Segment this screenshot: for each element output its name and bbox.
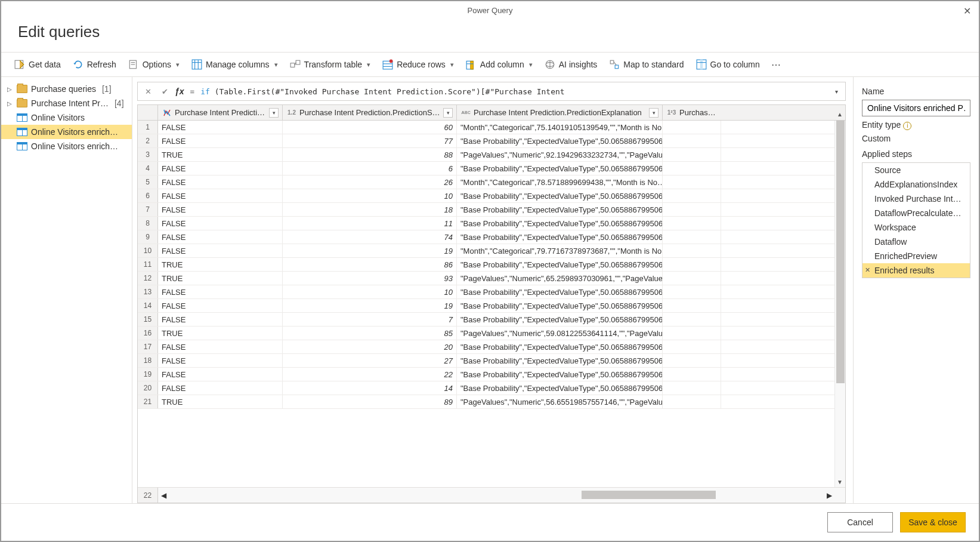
column-filter-icon[interactable]: ▾ [443, 108, 453, 118]
cell[interactable]: 20 [283, 340, 457, 353]
column-header[interactable]: Purchase Intent Prediction.… ▾ [158, 105, 283, 120]
reduce-rows-button[interactable]: Reduce rows ▾ [378, 56, 459, 73]
cell[interactable]: 89 [283, 395, 457, 408]
cell[interactable]: FALSE [158, 340, 283, 353]
cell[interactable]: "Base Probability","ExpectedValueType",5… [457, 258, 663, 271]
cell[interactable]: "Base Probability","ExpectedValueType",5… [457, 368, 663, 381]
table-row[interactable]: 13FALSE10"Base Probability","ExpectedVal… [138, 285, 845, 299]
cell[interactable]: "Base Probability","ExpectedValueType",5… [457, 354, 663, 367]
cell[interactable]: TRUE [158, 272, 283, 285]
cell[interactable]: "Base Probability","ExpectedValueType",5… [457, 189, 663, 202]
cell[interactable]: 26 [283, 175, 457, 189]
name-input[interactable] [862, 100, 970, 116]
cell[interactable]: 19 [283, 244, 457, 257]
scroll-down-icon[interactable]: ▼ [834, 476, 845, 487]
cancel-button[interactable]: Cancel [827, 512, 893, 532]
query-item[interactable]: Online Visitors enrich… [1, 125, 132, 139]
table-row[interactable]: 2FALSE77"Base Probability","ExpectedValu… [138, 134, 845, 148]
cell[interactable] [663, 340, 721, 353]
cell[interactable] [663, 203, 721, 216]
applied-step[interactable]: DataflowPrecalculatedSo… [862, 206, 970, 220]
applied-step[interactable]: Dataflow [862, 235, 970, 249]
cell[interactable] [663, 299, 721, 312]
vertical-scrollbar[interactable]: ▲ ▼ [834, 121, 845, 487]
cell[interactable]: FALSE [158, 134, 283, 147]
cell[interactable] [663, 244, 721, 257]
scroll-thumb[interactable] [836, 121, 845, 383]
query-folder[interactable]: ▷Purchase Intent Pr…[4] [1, 96, 132, 110]
cell[interactable]: "PageValues","Numeric",56.65519857557146… [457, 395, 663, 408]
cell[interactable] [663, 148, 721, 161]
cell[interactable]: "Base Probability","ExpectedValueType",5… [457, 162, 663, 175]
cell[interactable]: FALSE [158, 299, 283, 312]
table-row[interactable]: 21TRUE89"PageValues","Numeric",56.655198… [138, 395, 845, 409]
cell[interactable]: 10 [283, 285, 457, 298]
formula-bar[interactable]: ✕ ✔ ƒx = if (Table.First(#"Invoked Purch… [137, 82, 846, 101]
cell[interactable] [663, 313, 721, 326]
accept-formula-icon[interactable]: ✔ [158, 85, 171, 98]
info-icon[interactable]: i [903, 122, 911, 130]
table-row[interactable]: 3TRUE88"PageValues","Numeric",92.1942963… [138, 148, 845, 162]
cell[interactable]: "Base Probability","ExpectedValueType",5… [457, 230, 663, 244]
cell[interactable]: FALSE [158, 162, 283, 175]
cell[interactable]: 18 [283, 203, 457, 216]
cell[interactable] [663, 285, 721, 298]
applied-step[interactable]: Invoked Purchase Intent … [862, 192, 970, 206]
cell[interactable]: 86 [283, 258, 457, 271]
cell[interactable]: "Base Probability","ExpectedValueType",5… [457, 381, 663, 395]
cell[interactable]: FALSE [158, 354, 283, 367]
cell[interactable]: 10 [283, 189, 457, 202]
cell[interactable]: "Base Probability","ExpectedValueType",5… [457, 203, 663, 216]
cell[interactable] [663, 217, 721, 230]
cell[interactable]: FALSE [158, 189, 283, 202]
scroll-up-icon[interactable]: ▲ [834, 109, 845, 119]
scroll-left-icon[interactable]: ◀ [158, 488, 169, 503]
table-row[interactable]: 9FALSE74"Base Probability","ExpectedValu… [138, 230, 845, 244]
table-row[interactable]: 17FALSE20"Base Probability","ExpectedVal… [138, 340, 845, 354]
go-to-column-button[interactable]: Go to column [691, 56, 765, 73]
refresh-button[interactable]: Refresh [68, 56, 121, 73]
cell[interactable]: "PageValues","Numeric",65.2598937030961,… [457, 272, 663, 285]
table-row[interactable]: 1FALSE60"Month","Categorical",75.1401910… [138, 121, 845, 134]
cell[interactable]: FALSE [158, 175, 283, 189]
cell[interactable]: "Base Probability","ExpectedValueType",5… [457, 217, 663, 230]
table-row[interactable]: 7FALSE18"Base Probability","ExpectedValu… [138, 203, 845, 217]
table-row[interactable]: 6FALSE10"Base Probability","ExpectedValu… [138, 189, 845, 203]
applied-step[interactable]: AddExplanationsIndex [862, 177, 970, 192]
query-folder[interactable]: ▷Purchase queries[1] [1, 82, 132, 96]
cell[interactable]: 7 [283, 313, 457, 326]
table-row[interactable]: 14FALSE19"Base Probability","ExpectedVal… [138, 299, 845, 313]
cell[interactable]: 19 [283, 299, 457, 312]
formula-dropdown[interactable]: ▾ [831, 88, 842, 95]
cell[interactable] [663, 258, 721, 271]
cell[interactable] [663, 368, 721, 381]
table-row[interactable]: 16TRUE85"PageValues","Numeric",59.081225… [138, 327, 845, 340]
cell[interactable]: FALSE [158, 203, 283, 216]
cell[interactable]: 60 [283, 121, 457, 134]
cell[interactable] [663, 272, 721, 285]
cell[interactable] [663, 381, 721, 395]
cell[interactable]: FALSE [158, 313, 283, 326]
cell[interactable]: 11 [283, 217, 457, 230]
cell[interactable] [663, 134, 721, 147]
cell[interactable]: 77 [283, 134, 457, 147]
table-row[interactable]: 4FALSE6"Base Probability","ExpectedValue… [138, 162, 845, 175]
save-close-button[interactable]: Save & close [900, 512, 966, 532]
get-data-button[interactable]: Get data [10, 56, 66, 73]
cell[interactable]: 85 [283, 327, 457, 340]
cell[interactable]: "Base Probability","ExpectedValueType",5… [457, 313, 663, 326]
cell[interactable]: "Month","Categorical",79.77167378973687,… [457, 244, 663, 257]
cell[interactable]: 6 [283, 162, 457, 175]
cell[interactable]: TRUE [158, 395, 283, 408]
scroll-thumb[interactable] [582, 491, 716, 499]
cell[interactable]: "Base Probability","ExpectedValueType",5… [457, 299, 663, 312]
cell[interactable] [663, 354, 721, 367]
cell[interactable] [663, 162, 721, 175]
cancel-formula-icon[interactable]: ✕ [141, 85, 154, 98]
add-column-button[interactable]: Add column ▾ [461, 56, 537, 73]
cell[interactable]: 88 [283, 148, 457, 161]
formula-text[interactable]: if (Table.First(#"Invoked Purchase Inten… [200, 87, 827, 96]
cell[interactable]: 27 [283, 354, 457, 367]
cell[interactable] [663, 175, 721, 189]
table-row[interactable]: 10FALSE19"Month","Categorical",79.771673… [138, 244, 845, 258]
